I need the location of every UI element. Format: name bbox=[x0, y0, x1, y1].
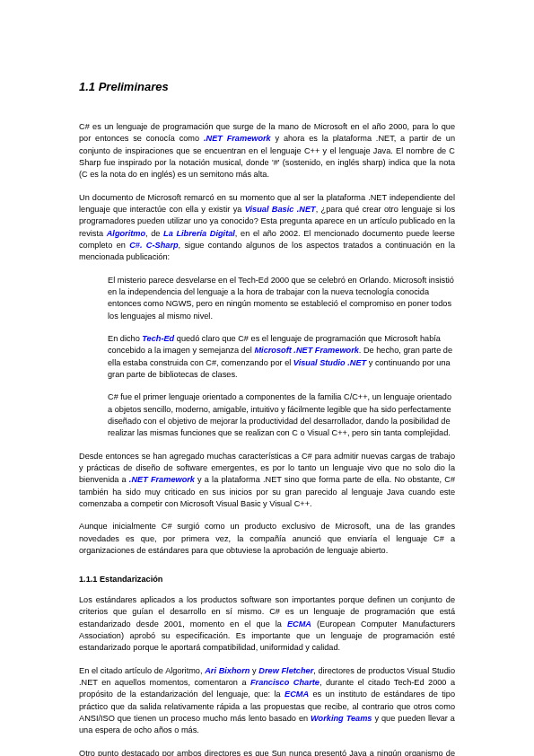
link-ecma[interactable]: ECMA bbox=[287, 620, 311, 629]
link-ari-bixhorn[interactable]: Ari Bixhorn bbox=[205, 666, 249, 675]
link-drew-fletcher[interactable]: Drew Fletcher bbox=[258, 666, 313, 675]
link-francisco-charte[interactable]: Francisco Charte bbox=[250, 678, 320, 687]
paragraph-4-indented: En dicho Tech-Ed quedó claro que C# es e… bbox=[79, 333, 455, 381]
paragraph-10: Otro punto destacado por ambos directore… bbox=[79, 748, 455, 756]
link-visual-studio-net[interactable]: Visual Studio .NET bbox=[293, 358, 366, 367]
link-algoritmo[interactable]: Algoritmo bbox=[107, 229, 145, 238]
link-net-framework-2[interactable]: .NET Framework bbox=[129, 475, 195, 484]
section-heading: 1.1.1 Estandarización bbox=[79, 574, 455, 585]
p2-text-c: , de bbox=[145, 229, 163, 238]
page-title: 1.1 Preliminares bbox=[79, 79, 455, 96]
link-net-framework[interactable]: .NET Framework bbox=[204, 134, 271, 143]
paragraph-3-indented: El misterio parece desvelarse en el Tech… bbox=[79, 275, 455, 322]
paragraph-6: Desde entonces se han agregado muchas ca… bbox=[79, 451, 455, 511]
p9-text-b: y bbox=[249, 666, 258, 675]
paragraph-8: Los estándares aplicados a los productos… bbox=[79, 594, 455, 655]
link-teched[interactable]: Tech-Ed bbox=[142, 334, 174, 343]
paragraph-1: C# es un lenguaje de programación que su… bbox=[79, 121, 455, 181]
p9-text-a: En el citado artículo de Algoritmo, bbox=[79, 666, 205, 675]
link-csharp[interactable]: C#. C-Sharp bbox=[129, 241, 178, 250]
paragraph-2: Un documento de Microsoft remarcó en su … bbox=[79, 192, 455, 264]
paragraph-5-indented: C# fue el primer lenguaje orientado a co… bbox=[79, 391, 455, 439]
p4-text-a: En dicho bbox=[108, 334, 142, 343]
link-working-teams[interactable]: Working Teams bbox=[311, 714, 372, 723]
paragraph-7: Aunque inicialmente C# surgió como un pr… bbox=[79, 521, 455, 557]
paragraph-9: En el citado artículo de Algoritmo, Ari … bbox=[79, 665, 455, 737]
link-ecma-2[interactable]: ECMA bbox=[285, 690, 309, 699]
p5-text: C# fue el primer lenguaje orientado a co… bbox=[108, 391, 455, 439]
link-ms-net-framework[interactable]: Microsoft .NET Framework bbox=[254, 346, 358, 355]
p3-text: El misterio parece desvelarse en el Tech… bbox=[108, 275, 455, 322]
link-visual-basic-net[interactable]: Visual Basic .NET bbox=[245, 205, 316, 214]
link-libreria-digital[interactable]: La Librería Digital bbox=[163, 229, 235, 238]
